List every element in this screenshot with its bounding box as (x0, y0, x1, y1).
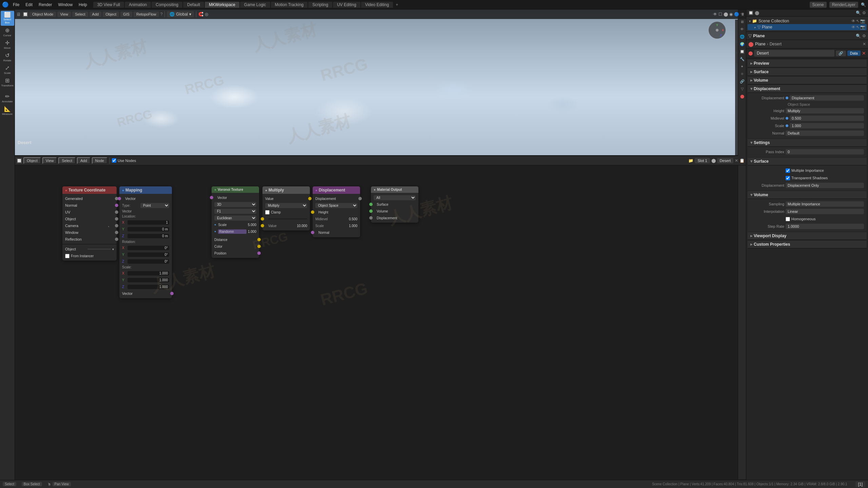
midlevel-value[interactable]: 0.500 (790, 116, 864, 121)
ris-particles-icon[interactable]: ✦ (739, 63, 746, 70)
vor-feat-select[interactable]: F1 (214, 209, 256, 214)
node-voronoi[interactable]: ● Voronoi Texture Vector 3D (212, 186, 259, 258)
ol-sort-icon[interactable]: ⚙ (862, 11, 866, 15)
ris-material-icon[interactable]: ⬤ (739, 93, 746, 100)
node-multiply[interactable]: ● Multiply Value Multiply (262, 186, 310, 230)
preview-section-title[interactable]: ▸ Preview (748, 60, 867, 67)
add-btn[interactable]: Add (90, 12, 102, 17)
plane-item[interactable]: ▸ ▽ Plane 👁 ↖ 📷 (748, 24, 867, 30)
mat-icon-link-btn[interactable]: 🔗 (836, 50, 846, 56)
shading-render-icon[interactable]: 🔵 (734, 12, 739, 17)
disp-only-value[interactable]: Displacement Only (786, 183, 864, 188)
mul-op-select[interactable]: Multiply (265, 203, 307, 208)
node-mul-clamp[interactable]: Clamp (262, 209, 310, 216)
ris-scene-icon[interactable]: 🌐 (739, 33, 746, 40)
scene-dropdown[interactable]: Scene (810, 2, 827, 8)
pass-index-value[interactable]: 0 (786, 149, 864, 155)
tab-mkworkspace[interactable]: MKWorkspace (205, 2, 239, 8)
vor-random-label[interactable]: Randomn (218, 229, 246, 234)
vis-icon[interactable]: 👁 (851, 19, 855, 23)
tool-cursor[interactable]: ⊕ Cursor (1, 26, 14, 38)
mat-close-btn[interactable]: ✕ (863, 42, 866, 46)
interpolation-value[interactable]: Linear (786, 209, 864, 214)
menu-edit[interactable]: Edit (23, 2, 35, 8)
vor-dim-select[interactable]: 3D (214, 202, 256, 207)
scale-x-value[interactable]: 1.000 (127, 271, 169, 276)
node-tc-from-instancer[interactable]: From Instancer (62, 252, 117, 259)
loc-x-value[interactable]: 1 (127, 220, 169, 225)
hom-check-input[interactable] (786, 217, 790, 221)
tool-transform[interactable]: ⊞ Transform (1, 77, 14, 88)
ris-constraints-icon[interactable]: 🔗 (739, 78, 746, 85)
mat-data-btn[interactable]: Data (847, 50, 861, 56)
dis-space-select[interactable]: Object Space (315, 203, 357, 208)
settings-section-title[interactable]: ▾ Settings (748, 139, 867, 147)
add-workspace-btn[interactable]: + (394, 2, 400, 8)
loc-z-value[interactable]: 0 m (127, 234, 169, 238)
nav-gizmo-circle[interactable]: X Y Z (709, 22, 726, 39)
dis-scale-value[interactable]: 1.000 (349, 224, 357, 228)
tab-motiontracking[interactable]: Motion Tracking (271, 2, 308, 8)
snap-icon[interactable]: 🧲 (198, 12, 203, 17)
tab-compositing[interactable]: Compositing (152, 2, 182, 8)
plane-vis-icon[interactable]: 👁 (851, 25, 855, 29)
tab-animation[interactable]: Animation (125, 2, 151, 8)
tab-gamelogic[interactable]: Game Logic (240, 2, 270, 8)
tool-measure[interactable]: 📐 Measure (1, 105, 14, 117)
material-name-display[interactable]: Desert (754, 50, 834, 57)
ris-modifier-icon[interactable]: 🔧 (739, 56, 746, 62)
xray-icon[interactable]: ☐ (718, 12, 722, 17)
tool-rotate[interactable]: ↺ Rotate (1, 52, 14, 63)
ris-world-icon[interactable]: 🌍 (739, 41, 746, 47)
tool-scale[interactable]: ⤢ Scale (1, 64, 14, 76)
sampling-value[interactable]: Multiple Importance (786, 201, 864, 207)
menu-window[interactable]: Window (55, 2, 75, 8)
cp-section-title[interactable]: ▸ Custom Properties (748, 241, 867, 248)
loc-y-value[interactable]: 0 m (127, 227, 169, 231)
ris-physics-icon[interactable]: ⚛ (739, 70, 746, 77)
dis-midlevel-value[interactable]: 0.500 (349, 217, 357, 221)
ts-check-input[interactable] (786, 176, 790, 180)
nav-gizmo[interactable]: X Y Z (709, 22, 726, 39)
prop-filter-icon[interactable]: ⚙ (862, 34, 866, 38)
ne-object-mode-btn[interactable]: Object (23, 157, 41, 164)
displacement-disp-value[interactable]: Displacement (790, 95, 864, 101)
tab-default[interactable]: Default (183, 2, 204, 8)
volume-settings-title[interactable]: ▾ Volume (748, 191, 867, 199)
viewport-shading-selector[interactable]: 🌐 Global ▾ (167, 11, 194, 17)
tab-scripting[interactable]: Scripting (308, 2, 332, 8)
renderlayer-dropdown[interactable]: RenderLayer (829, 2, 858, 8)
ne-view-btn[interactable]: View (42, 157, 57, 164)
select-btn[interactable]: Select (72, 12, 88, 17)
overlay-icon[interactable]: 👁 (713, 12, 717, 17)
use-nodes-input[interactable] (112, 158, 116, 163)
matout-target-select[interactable]: All (374, 195, 416, 200)
displacement-section-title[interactable]: ▾ Displacement (748, 85, 867, 93)
multiple-importance-checkbox[interactable]: Multiple Importance (786, 168, 824, 173)
ris-output-icon[interactable]: 🖥 (739, 18, 746, 25)
mi-check-input[interactable] (786, 168, 790, 173)
slot-selector[interactable]: Slot 1 (695, 158, 710, 163)
dis-normal-value[interactable]: Default (786, 130, 864, 136)
vd-section-title[interactable]: ▸ Viewport Display (748, 232, 867, 240)
surface-section-title[interactable]: ▸ Surface (748, 68, 867, 76)
ol-filter-icon[interactable]: 🔍 (856, 11, 861, 15)
height-value[interactable]: Multiply (786, 108, 864, 114)
search-icon[interactable]: 🔍 (861, 2, 866, 7)
prop-search-icon[interactable]: 🔍 (856, 34, 861, 38)
ne-select-btn[interactable]: Select (58, 157, 76, 164)
step-rate-value[interactable]: 1.0000 (786, 224, 864, 229)
ne-icon-1[interactable]: ✕ (735, 158, 738, 163)
tc-object-picker[interactable]: ▾ (112, 247, 114, 251)
material-selector[interactable]: Desert (717, 158, 733, 163)
scale-y-value[interactable]: 1.000 (127, 278, 169, 282)
gis-btn[interactable]: GIS (120, 12, 132, 17)
pause-render-icon[interactable]: ⏸ (741, 12, 745, 17)
help-icon[interactable]: ? (160, 12, 163, 17)
tool-select-box[interactable]: ⬜ Select Box (1, 11, 14, 26)
node-mapping[interactable]: ● Mapping Vector Type: Point (119, 186, 172, 298)
ne-node-btn[interactable]: Node (92, 157, 107, 164)
vor-scale-value[interactable]: 5.000 (248, 223, 256, 227)
menu-help[interactable]: Help (76, 2, 90, 8)
scene-collection-item[interactable]: ▾ 📁 Scene Collection 👁 ↖ 📷 (748, 18, 867, 24)
